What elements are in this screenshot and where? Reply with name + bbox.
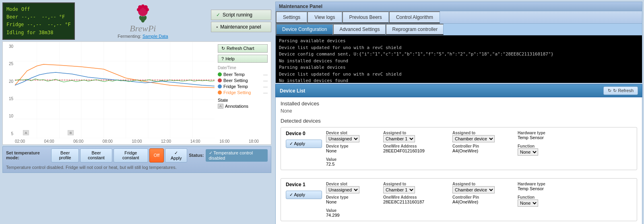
subtab-advanced-settings[interactable]: Advanced Settings bbox=[333, 24, 386, 35]
device-1-slot-select[interactable]: Unassigned bbox=[326, 186, 359, 193]
tab-settings[interactable]: Settings bbox=[276, 11, 307, 23]
chart-container: 30 25 20 15 10 5 bbox=[2, 41, 271, 145]
apply-button[interactable]: ✓ Apply bbox=[165, 148, 187, 162]
legend-fridge-setting: Fridge Setting — bbox=[218, 90, 268, 95]
device-0-value-label: Value bbox=[326, 157, 378, 162]
svg-point-3 bbox=[141, 4, 144, 8]
device-0-value-value: 72.5 bbox=[326, 162, 378, 166]
lcd-fridge-value: --,-- --,-- °F bbox=[27, 21, 70, 29]
device-0-row: Device 0 ✓ Apply Device slot Unassigned … bbox=[281, 127, 637, 174]
panel-title: Maintenance Panel bbox=[275, 2, 642, 11]
lcd-mode-label: Mode bbox=[6, 6, 18, 13]
legend-beer-temp: Beer Temp — bbox=[218, 72, 268, 77]
device-1-devtype-value: None bbox=[326, 199, 378, 204]
script-running-label: Script running bbox=[223, 12, 252, 18]
console-line-0: Parsing available devices bbox=[279, 38, 639, 45]
lcd-beer-label: Beer bbox=[6, 13, 18, 21]
device-1-hwtype-label: Hardware type bbox=[518, 182, 578, 186]
fermenting-text: Fermenting: Sample Data bbox=[118, 34, 168, 39]
fridge-setting-dot bbox=[218, 90, 222, 95]
fridge-constant-button[interactable]: Fridge constant bbox=[114, 148, 148, 162]
device-1-assigned2-label: Assigned to bbox=[452, 182, 513, 186]
device-1-ctrlpin: Controller Pin A4(OneWire) bbox=[452, 195, 513, 207]
beer-temp-name: Beer Temp bbox=[223, 72, 262, 77]
x-axis: 02:00 04:00 06:00 08:00 10:00 12:00 14:0… bbox=[3, 138, 271, 144]
fridge-setting-name: Fridge Setting bbox=[223, 90, 262, 95]
svg-text:B: B bbox=[70, 131, 72, 135]
fridge-temp-dash: — bbox=[263, 84, 268, 89]
tab-control-algorithm[interactable]: Control Algorithm bbox=[389, 11, 440, 23]
device-0-assigned2-select[interactable]: Chamber device bbox=[452, 135, 495, 142]
device-1-hwtype-value: Temp Sensor bbox=[518, 186, 578, 191]
sample-data-link[interactable]: Sample Data bbox=[142, 34, 168, 39]
console-line-1: Device list updated for uno with a revC … bbox=[279, 45, 639, 51]
refresh-devices-label: ↻ Refresh bbox=[613, 88, 634, 93]
device-0-apply-button[interactable]: ✓ Apply bbox=[286, 140, 322, 148]
x-axis-0400: 04:00 bbox=[44, 139, 54, 144]
maintenance-panel-label: Maintenance panel bbox=[220, 24, 261, 30]
device-1-hwtype: Hardware type Temp Sensor bbox=[518, 182, 578, 193]
device-0-onewire-label: OneWire Address bbox=[383, 144, 448, 148]
maintenance-panel-button[interactable]: ▪ Maintenance panel bbox=[211, 22, 271, 32]
subtab-device-configuration[interactable]: Device Configuration bbox=[276, 24, 333, 35]
fridge-temp-name: Fridge Temp bbox=[223, 84, 262, 89]
device-0-function: Function None bbox=[518, 144, 578, 156]
panel-tabs: Settings View logs Previous Beers Contro… bbox=[275, 11, 642, 23]
fridge-temp-dot bbox=[218, 84, 222, 88]
help-button[interactable]: ? Help bbox=[218, 55, 268, 63]
device-1-onewire: OneWire Address 28EE8C2113160187 bbox=[383, 195, 448, 207]
beer-profile-button[interactable]: Beer profile bbox=[51, 148, 79, 162]
device-1-devtype-label: Device type bbox=[326, 195, 378, 199]
console-line-5: Device list updated for uno with a revC … bbox=[279, 71, 639, 78]
off-button[interactable]: Off bbox=[149, 148, 164, 162]
device-1-assigned1-label: Assigned to bbox=[383, 182, 448, 186]
beer-constant-button[interactable]: Beer constant bbox=[80, 148, 112, 162]
legend-beer-setting: Beer Setting — bbox=[218, 78, 268, 83]
refresh-chart-label: Refresh Chart bbox=[227, 46, 254, 51]
device-1-ctrlpin-value: A4(OneWire) bbox=[452, 199, 513, 204]
device-1-function-select[interactable]: None bbox=[518, 199, 538, 207]
device-1-card: Device 1 ✓ Apply Device slot Unassigned … bbox=[281, 178, 637, 221]
annotations-label: Annotations bbox=[225, 104, 248, 109]
annotation-box-icon: A bbox=[218, 104, 223, 109]
tab-view-logs[interactable]: View logs bbox=[307, 11, 342, 23]
square-icon: ▪ bbox=[216, 24, 218, 30]
device-0-ctrlpin-value: A4(OneWire) bbox=[452, 148, 513, 153]
device-1-function: Function None bbox=[518, 195, 578, 207]
refresh-chart-button[interactable]: ↻ Refresh Chart bbox=[218, 44, 268, 53]
device-1-assigned1: Assigned to Chamber 1 bbox=[383, 182, 448, 193]
device-0-assigned1-select[interactable]: Chamber 1 bbox=[383, 135, 415, 142]
refresh-devices-button[interactable]: ↻ ↻ Refresh bbox=[603, 86, 638, 95]
chart-svg: A B bbox=[15, 42, 215, 138]
refresh-devices-icon: ↻ bbox=[608, 88, 611, 93]
device-0-slot-label: Device slot bbox=[326, 131, 378, 135]
device-1-assigned2-select[interactable]: Chamber device bbox=[452, 186, 495, 193]
logo-text: BrewPi bbox=[130, 23, 156, 34]
device-1-assigned1-select[interactable]: Chamber 1 bbox=[383, 186, 415, 193]
device-0-devtype-label: Device type bbox=[326, 144, 378, 148]
set-temp-label: Set temperature mode: bbox=[6, 150, 50, 160]
device-1-id: Device 1 bbox=[286, 182, 322, 187]
console-line-3: No installed devices found bbox=[279, 58, 639, 65]
device-0-onewire-value: 28EED4F012160109 bbox=[383, 148, 448, 153]
logo-area: BrewPi Fermenting: Sample Data bbox=[118, 3, 168, 39]
x-axis-1600: 16:00 bbox=[219, 139, 229, 144]
temp-buttons: Beer profile Beer constant Fridge consta… bbox=[51, 148, 187, 162]
device-1-apply-button[interactable]: ✓ Apply bbox=[286, 191, 322, 199]
lcd-mode-value: Off bbox=[21, 6, 30, 13]
tab-previous-beers[interactable]: Previous Beers bbox=[342, 11, 389, 23]
lcd-idling-value: 38m38 bbox=[39, 29, 53, 37]
script-running-button[interactable]: ✓ Script running bbox=[211, 10, 271, 20]
device-0-ctrlpin-label: Controller Pin bbox=[452, 144, 513, 148]
check-icon: ✓ bbox=[216, 12, 220, 18]
subtab-reprogram-controller[interactable]: Reprogram controller bbox=[386, 24, 444, 35]
device-0-function-select[interactable]: None bbox=[518, 148, 538, 156]
device-0-card: Device 0 ✓ Apply Device slot Unassigned … bbox=[281, 127, 637, 170]
right-panel: Maintenance Panel Settings View logs Pre… bbox=[274, 0, 644, 224]
datetime-section-label: Date/Time bbox=[218, 66, 268, 70]
header-bar: Mode Off Beer --,-- --,-- °F Fridge --,-… bbox=[2, 2, 271, 40]
left-panel: Mode Off Beer --,-- --,-- °F Fridge --,-… bbox=[0, 0, 274, 224]
device-0-slot-select[interactable]: Unassigned bbox=[326, 135, 359, 142]
console-area: Parsing available devices Device list up… bbox=[275, 35, 642, 83]
raspberry-logo bbox=[133, 3, 153, 23]
